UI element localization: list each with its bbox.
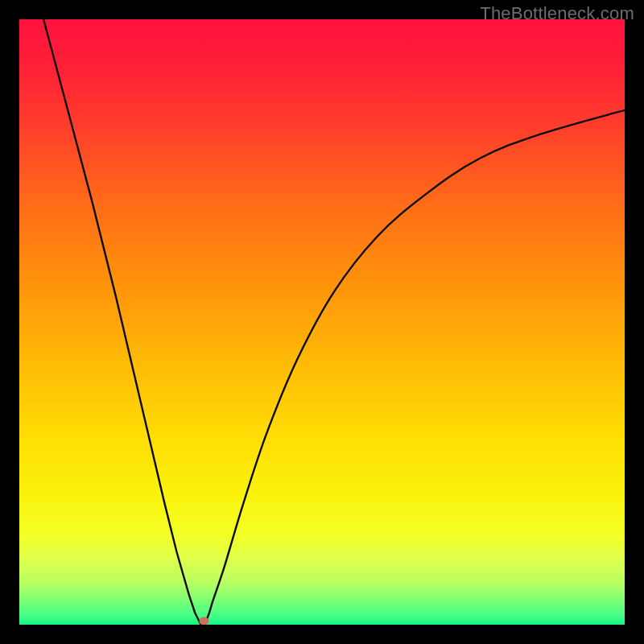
curve-layer [19,19,625,625]
curve-right-branch [201,110,625,625]
watermark-text: TheBottleneck.com [480,3,634,24]
curve-left-branch [43,19,201,625]
outer-frame: TheBottleneck.com [0,0,644,644]
plot-area [19,19,625,625]
